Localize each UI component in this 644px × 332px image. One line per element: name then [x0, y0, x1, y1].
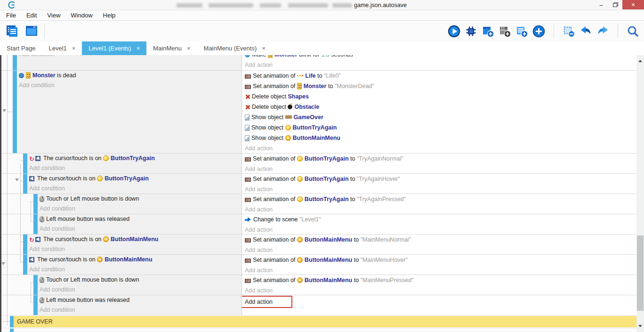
tryagain-icon — [297, 176, 303, 182]
debugger-icon[interactable] — [465, 25, 477, 38]
action-row[interactable]: Set animation of ButtonTryAgain to "TryA… — [245, 154, 636, 164]
add-condition-button[interactable]: Add condition — [29, 265, 242, 275]
condition-row[interactable]: Touch or Left mouse button is down — [40, 275, 242, 285]
text: Set animation of — [253, 176, 297, 182]
condition-row[interactable]: Touch or Left mouse button is down — [40, 194, 242, 204]
add-subevent-icon[interactable] — [499, 25, 511, 38]
action-row[interactable]: Set animation of ButtonTryAgain to "TryA… — [245, 194, 636, 204]
event-row: The cursor/touch is on ButtonMainMenuAdd… — [1, 254, 636, 275]
delete-event-icon[interactable] — [563, 25, 575, 38]
add-action-button[interactable]: Add action — [245, 143, 636, 153]
object-name: ButtonMainMenu — [305, 236, 352, 243]
add-condition-button[interactable]: Add condition — [40, 285, 242, 295]
preview-play-icon[interactable] — [448, 25, 460, 38]
menu-edit[interactable]: Edit — [21, 12, 42, 19]
action-row[interactable]: Delete object Obstacle — [245, 102, 636, 112]
add-condition-button[interactable]: Add condition — [19, 81, 242, 90]
action-row[interactable]: Set animation of ButtonMainMenu to "Main… — [245, 275, 636, 285]
mouse-icon — [40, 216, 44, 222]
obscured-title-segment — [332, 3, 352, 8]
menu-view[interactable]: View — [42, 12, 65, 19]
close-button[interactable]: × — [622, 0, 644, 9]
add-action-button[interactable]: Add action — [245, 184, 636, 194]
undo-icon[interactable] — [580, 25, 592, 38]
close-icon[interactable]: × — [137, 45, 140, 52]
vertical-scrollbar[interactable] — [636, 55, 644, 332]
tab-level1-events[interactable]: Level1 (Events) × — [82, 41, 146, 55]
action-row[interactable]: Change to scene "Level1" — [245, 214, 636, 225]
close-icon[interactable]: × — [262, 45, 266, 52]
menu-window[interactable]: Window — [65, 12, 97, 19]
comment-row[interactable]: GAME OVER — [1, 315, 636, 328]
add-condition-button[interactable]: Add condition — [29, 184, 242, 194]
show-icon — [245, 135, 250, 141]
menu-file[interactable]: File — [1, 12, 21, 19]
tab-mainmenu[interactable]: MainMenu × — [146, 41, 197, 55]
close-icon[interactable]: × — [187, 45, 191, 52]
obscured-title-segment — [177, 3, 202, 8]
event-row: Monster is deadAdd conditionSet animatio… — [1, 70, 636, 153]
tryagain-icon — [97, 176, 103, 181]
add-condition-button[interactable]: Add condition — [19, 55, 242, 59]
text: to — [352, 236, 360, 243]
add-action-button[interactable]: Add action — [245, 204, 636, 214]
condition-row[interactable]: Left mouse button was released — [40, 214, 242, 224]
conditions-cell: Monster is deadAdd condition — [1, 71, 242, 153]
add-condition-button[interactable]: Add condition — [40, 204, 242, 214]
action-row[interactable]: Make Monster blink for 1.5 seconds — [245, 55, 636, 60]
minimize-button[interactable]: – — [594, 0, 608, 9]
add-action-button[interactable]: Add action — [245, 225, 636, 234]
gdevelop-logo-icon — [8, 1, 16, 11]
action-row[interactable]: Set animation of Life to "Life0" — [245, 71, 636, 81]
add-condition-button[interactable]: Add condition — [40, 224, 242, 234]
start-page-icon[interactable] — [24, 24, 39, 38]
condition-row[interactable]: ↻The cursor/touch is on ButtonTryAgain — [29, 154, 242, 163]
comment-text: GAME OVER — [14, 316, 636, 327]
add-condition-button[interactable]: Add condition — [40, 305, 242, 315]
add-action-button[interactable]: Add action — [245, 265, 636, 275]
add-action-button[interactable]: Add action — [245, 285, 636, 295]
action-row[interactable]: Set animation of Monster to "MonsterDead… — [245, 81, 636, 91]
add-action-button[interactable]: Add action — [245, 60, 636, 70]
tab-start-page[interactable]: Start Page — [0, 41, 42, 55]
condition-row[interactable]: Left mouse button was released — [40, 295, 242, 305]
condition-row[interactable]: Monster is dead — [19, 71, 242, 81]
action-row[interactable]: Delete object Shapes — [245, 91, 636, 102]
search-icon[interactable] — [627, 25, 639, 38]
add-event-icon[interactable] — [482, 25, 494, 38]
actions-cell: Add action — [242, 295, 636, 315]
condition-row[interactable]: The cursor/touch is on ButtonMainMenu — [29, 255, 242, 265]
action-row[interactable]: Set animation of ButtonMainMenu to "Main… — [245, 255, 636, 265]
redo-icon[interactable] — [596, 25, 609, 38]
add-condition-button[interactable]: Add condition — [29, 244, 242, 254]
maximize-restore-button[interactable] — [608, 0, 622, 9]
add-condition-button[interactable]: Add condition — [29, 163, 242, 173]
text: Set animation of — [253, 236, 297, 243]
add-action-button[interactable]: Add action — [245, 245, 636, 254]
scroll-up-arrow-icon[interactable] — [638, 58, 642, 62]
text: The cursor/touch is on — [37, 256, 97, 263]
tab-mainmenu-events[interactable]: MainMenu (Events) × — [197, 41, 272, 55]
add-other-event-icon[interactable] — [532, 25, 545, 38]
action-row[interactable]: Set animation of ButtonMainMenu to "Main… — [245, 235, 636, 245]
mainmenu-icon — [285, 135, 291, 141]
object-name: ButtonMainMenu — [305, 277, 352, 283]
actions-cell: Set animation of ButtonTryAgain to "TryA… — [242, 174, 636, 194]
add-action-button[interactable]: Add action — [245, 164, 636, 173]
scrollbar-thumb[interactable] — [637, 235, 644, 311]
action-row[interactable]: Show object GameOver — [245, 112, 636, 122]
action-row[interactable]: Show object ButtonMainMenu — [245, 133, 636, 143]
action-row[interactable]: Set animation of ButtonTryAgain to "TryA… — [245, 174, 636, 184]
menu-help[interactable]: Help — [98, 12, 121, 19]
add-action-button-highlighted[interactable]: Add action — [242, 296, 292, 308]
tab-level1[interactable]: Level1 × — [42, 41, 82, 55]
action-row[interactable]: Show object ButtonTryAgain — [245, 122, 636, 133]
project-manager-icon[interactable] — [5, 24, 19, 38]
gameover-icon — [285, 115, 292, 119]
condition-row[interactable]: ↻The cursor/touch is on ButtonMainMenu — [29, 235, 242, 244]
close-icon[interactable]: × — [72, 45, 76, 52]
scroll-down-arrow-icon[interactable] — [638, 325, 642, 329]
add-comment-icon[interactable] — [515, 25, 528, 38]
condition-row[interactable]: The cursor/touch is on ButtonTryAgain — [29, 174, 242, 184]
toolbar-separator — [44, 24, 45, 38]
